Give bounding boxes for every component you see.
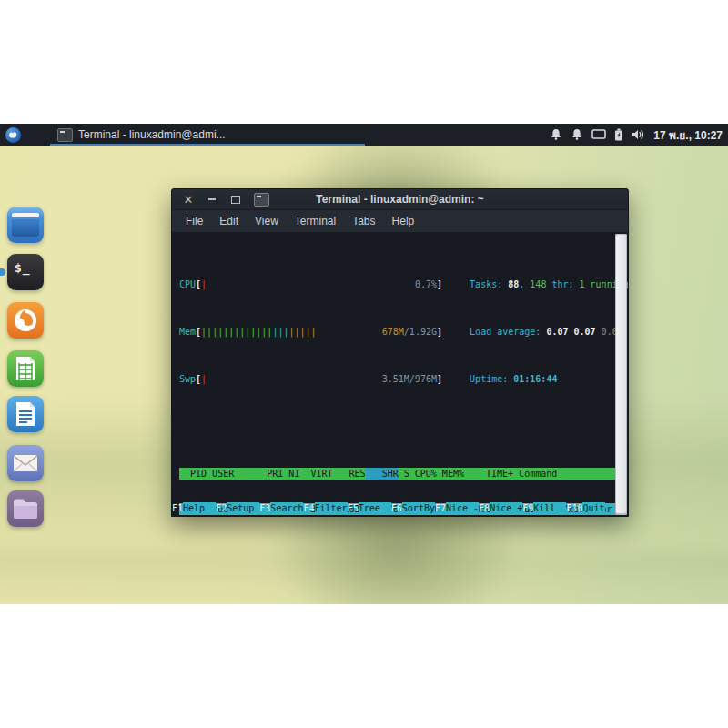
fkey-f10[interactable]: F10Quit bbox=[566, 502, 604, 514]
mem-meter-line: Mem[|||||||||||||||||||||678M/1.92G] Loa… bbox=[179, 326, 615, 338]
cell-pri: 20 bbox=[261, 515, 283, 516]
menu-tabs[interactable]: Tabs bbox=[346, 213, 381, 229]
fkey-action: Nice - bbox=[446, 502, 479, 514]
fkey-f2[interactable]: F2Setup bbox=[216, 502, 259, 514]
table-header: PIDUSERPRINIVIRTRESSHRSCPU%MEM%TIME+Comm… bbox=[179, 468, 615, 480]
column-header-ni[interactable]: NI bbox=[283, 468, 299, 480]
file-manager-icon[interactable] bbox=[7, 207, 44, 243]
menu-help[interactable]: Help bbox=[386, 213, 421, 229]
top-panel: Terminal - linuxadmin@admi... 17 พ.ย., 1… bbox=[0, 124, 728, 146]
fkey-label: F8 bbox=[479, 502, 490, 514]
fkey-label: F3 bbox=[259, 502, 270, 514]
window-terminal-icon bbox=[254, 193, 269, 207]
taskbar-window-button[interactable]: Terminal - linuxadmin@admi... bbox=[50, 124, 365, 146]
fkey-action: Filter bbox=[315, 502, 348, 514]
cell-shr: 41776 bbox=[366, 515, 399, 516]
column-header-virt[interactable]: VIRT bbox=[299, 468, 332, 480]
volume-icon[interactable] bbox=[632, 128, 646, 141]
menu-edit[interactable]: Edit bbox=[213, 213, 245, 229]
cell-res: 103M bbox=[333, 515, 366, 516]
column-header-cpu[interactable]: CPU% bbox=[410, 468, 437, 480]
fkey-f9[interactable]: F9Kill bbox=[522, 502, 566, 514]
shoreline bbox=[0, 551, 728, 604]
fkey-f8[interactable]: F8Nice + bbox=[479, 502, 522, 514]
file-folder-icon[interactable] bbox=[7, 490, 44, 527]
column-header-res[interactable]: RES bbox=[333, 468, 366, 480]
uptime-info: Uptime: 01:16:44 bbox=[470, 373, 557, 385]
column-header-shr[interactable]: SHR bbox=[366, 468, 399, 480]
swap-meter: Swp[|3.51M/976M] bbox=[179, 373, 442, 385]
libreoffice-writer-icon[interactable] bbox=[7, 396, 44, 432]
load-average-info: Load average: 0.07 0.07 0.09 bbox=[470, 326, 623, 338]
column-header-user[interactable]: USER bbox=[212, 468, 261, 480]
scrollbar-thumb[interactable] bbox=[616, 235, 626, 513]
window-titlebar[interactable]: ✕ Terminal - linuxadmin@admin: ~ bbox=[172, 189, 628, 210]
terminal-icon bbox=[57, 128, 73, 142]
notification-bell-icon-2[interactable] bbox=[571, 128, 583, 141]
column-header-cmd[interactable]: Command bbox=[519, 468, 615, 480]
fkey-label: F10 bbox=[566, 502, 582, 514]
terminal-content[interactable]: CPU[|0.7%] Tasks: 88, 148 thr; 1 running… bbox=[172, 233, 628, 516]
firefox-icon[interactable] bbox=[7, 302, 44, 339]
cpu-meter: CPU[|0.7%] bbox=[179, 278, 442, 290]
fkey-action: Search bbox=[270, 502, 303, 514]
maximize-button[interactable] bbox=[228, 192, 243, 207]
function-key-bar: F1HelpF2SetupF3SearchF4FilterF5TreeF6Sor… bbox=[172, 502, 615, 514]
column-header-pid[interactable]: PID bbox=[179, 468, 207, 480]
fkey-action: Kill bbox=[533, 502, 566, 514]
column-header-pri[interactable]: PRI bbox=[261, 468, 283, 480]
fkey-f3[interactable]: F3Search bbox=[259, 502, 303, 514]
libreoffice-calc-icon[interactable] bbox=[7, 350, 44, 387]
close-button[interactable]: ✕ bbox=[181, 192, 196, 207]
notification-bell-icon[interactable] bbox=[550, 128, 562, 141]
active-window-indicator bbox=[50, 144, 365, 146]
fkey-f4[interactable]: F4Filter bbox=[303, 502, 347, 514]
fkey-label: F6 bbox=[391, 502, 402, 514]
column-header-time[interactable]: TIME+ bbox=[464, 468, 513, 480]
mem-meter: Mem[|||||||||||||||||||||678M/1.92G] bbox=[179, 326, 442, 338]
fkey-action: Tree bbox=[359, 502, 391, 514]
fkey-label: F9 bbox=[522, 502, 533, 514]
fkey-f7[interactable]: F7Nice - bbox=[435, 502, 479, 514]
tasks-info: Tasks: 88, 148 thr; 1 running bbox=[470, 278, 628, 290]
taskbar-window-label: Terminal - linuxadmin@admi... bbox=[78, 128, 226, 141]
clock[interactable]: 17 พ.ย., 10:27 bbox=[653, 126, 723, 144]
menu-view[interactable]: View bbox=[248, 213, 285, 229]
cell-cmd: /usr/lib/xorg/Xor bbox=[519, 515, 615, 516]
minimize-button[interactable] bbox=[205, 192, 219, 207]
menu-terminal[interactable]: Terminal bbox=[288, 213, 342, 229]
cell-user: root bbox=[212, 515, 261, 516]
fkey-action: Quit bbox=[582, 502, 604, 514]
cell-ni: 0 bbox=[283, 515, 299, 516]
fkey-action: Setup bbox=[227, 502, 259, 514]
cell-s: S bbox=[399, 515, 410, 516]
fkey-label: F2 bbox=[216, 502, 227, 514]
terminal-scrollbar[interactable] bbox=[615, 234, 627, 515]
process-row[interactable]: 638root200314M103M41776S0.05.30:29.21/us… bbox=[179, 515, 615, 516]
display-icon[interactable] bbox=[592, 128, 606, 141]
cell-mem: 5.3 bbox=[437, 515, 464, 516]
fkey-f5[interactable]: F5Tree bbox=[348, 502, 391, 514]
screen: Terminal - linuxadmin@admi... 17 พ.ย., 1… bbox=[0, 0, 728, 728]
cell-pid: 638 bbox=[179, 515, 207, 516]
fkey-action: Nice + bbox=[490, 502, 522, 514]
fkey-f1[interactable]: F1Help bbox=[172, 502, 216, 514]
swap-meter-line: Swp[|3.51M/976M] Uptime: 01:16:44 bbox=[179, 373, 615, 385]
menu-file[interactable]: File bbox=[179, 213, 209, 229]
cell-virt: 314M bbox=[299, 515, 332, 516]
fkey-action: SortBy bbox=[402, 502, 435, 514]
column-header-mem[interactable]: MEM% bbox=[437, 468, 464, 480]
terminal-window: ✕ Terminal - linuxadmin@admin: ~ FileEdi… bbox=[171, 188, 629, 517]
cpu-meter-line: CPU[|0.7%] Tasks: 88, 148 thr; 1 running bbox=[179, 278, 615, 290]
fkey-action: Help bbox=[183, 502, 216, 514]
htop-screen: CPU[|0.7%] Tasks: 88, 148 thr; 1 running… bbox=[172, 233, 615, 516]
fkey-label: F5 bbox=[348, 502, 359, 514]
fkey-label: F1 bbox=[172, 502, 183, 514]
applications-menu-button[interactable] bbox=[3, 125, 23, 145]
battery-icon[interactable] bbox=[614, 128, 623, 141]
column-header-s[interactable]: S bbox=[399, 468, 410, 480]
mail-icon[interactable] bbox=[7, 445, 44, 481]
fkey-label: F4 bbox=[303, 502, 314, 514]
terminal-launcher-icon[interactable]: $_ bbox=[7, 254, 44, 290]
fkey-f6[interactable]: F6SortBy bbox=[391, 502, 435, 514]
